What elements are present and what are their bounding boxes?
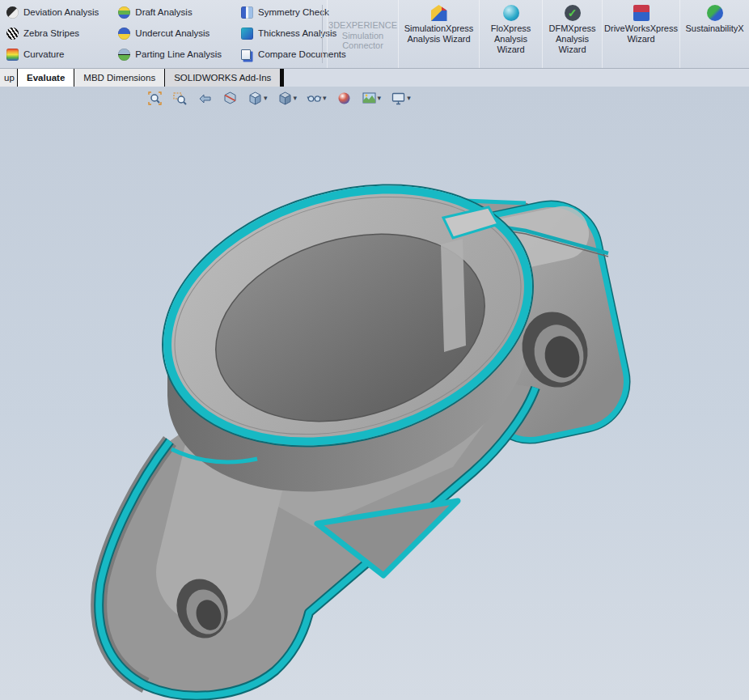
- tool-curvature[interactable]: Curvature: [2, 44, 104, 65]
- tool-label: Symmetry Check: [258, 7, 329, 17]
- zebra-stripes-icon: [6, 28, 19, 40]
- display-style-icon: [277, 91, 293, 106]
- tab-label: Evaluate: [27, 73, 65, 83]
- tool-label: Curvature: [23, 49, 65, 59]
- tool-label: SimulationXpress Analysis Wizard: [402, 23, 476, 45]
- undercut-analysis-icon: [118, 28, 130, 40]
- tool-label: DriveWorksXpress Wizard: [604, 23, 678, 45]
- tool-label: Thickness Analysis: [258, 28, 336, 38]
- floxpress-icon: [503, 5, 519, 21]
- tool-draft-analysis[interactable]: Draft Analysis: [113, 2, 226, 23]
- dropdown-caret[interactable]: ▾: [323, 95, 327, 102]
- dropdown-caret[interactable]: ▾: [294, 95, 298, 102]
- compare-documents-icon: [241, 49, 251, 60]
- deviation-analysis-icon: [6, 6, 19, 19]
- edit-appearance-button[interactable]: [335, 89, 353, 108]
- curvature-icon: [6, 49, 19, 61]
- tool-label: 3DEXPERIENCE Simulation Connector: [328, 20, 397, 52]
- tool-undercut-analysis[interactable]: Undercut Analysis: [113, 23, 226, 44]
- tool-deviation-analysis[interactable]: Deviation Analysis: [2, 2, 104, 23]
- tool-label: Zebra Stripes: [23, 28, 79, 38]
- tab-label: SOLIDWORKS Add-Ins: [174, 73, 271, 83]
- tab-label: up: [4, 73, 15, 83]
- part-clamp-bracket[interactable]: [99, 143, 635, 695]
- dropdown-caret[interactable]: ▾: [378, 95, 382, 102]
- tool-label: SustainabilityX: [685, 23, 743, 34]
- previous-view-icon: [197, 91, 213, 106]
- graphics-viewport[interactable]: ▾ ▾ ▾: [0, 87, 749, 700]
- dfmxpress-icon: [565, 5, 581, 21]
- tool-sustainability[interactable]: SustainabilityX: [679, 0, 749, 68]
- tab-solidworks-add-ins[interactable]: SOLIDWORKS Add-Ins: [165, 69, 281, 87]
- tab-mbd-dimensions[interactable]: MBD Dimensions: [74, 69, 165, 87]
- tool-label: DFMXpress Analysis Wizard: [546, 23, 599, 55]
- bore-slit-face: [441, 239, 466, 352]
- hide-show-items-icon: [307, 91, 322, 106]
- tab-evaluate[interactable]: Evaluate: [18, 69, 74, 87]
- section-view-icon: [222, 91, 238, 106]
- section-view-button[interactable]: [221, 89, 239, 108]
- tool-parting-line-analysis[interactable]: Parting Line Analysis: [113, 44, 226, 65]
- zoom-to-area-button[interactable]: [171, 89, 189, 108]
- apply-scene-button[interactable]: ▾: [360, 89, 383, 108]
- parting-line-analysis-icon: [118, 49, 130, 61]
- solidworks-window: Deviation Analysis Zebra Stripes Curvatu…: [0, 0, 749, 700]
- tool-label: Undercut Analysis: [135, 28, 209, 38]
- zoom-to-fit-button[interactable]: [146, 89, 164, 108]
- tool-floxpress-wizard[interactable]: FloXpress Analysis Wizard: [479, 0, 542, 68]
- hide-show-items-button[interactable]: ▾: [305, 89, 328, 108]
- zoom-to-fit-icon: [147, 91, 163, 106]
- driveworksxpress-icon: [633, 5, 650, 21]
- tool-label: Parting Line Analysis: [135, 49, 222, 59]
- tool-label: Deviation Analysis: [23, 7, 99, 17]
- thickness-analysis-icon: [241, 28, 253, 40]
- tool-zebra-stripes[interactable]: Zebra Stripes: [2, 23, 104, 44]
- tool-label: Draft Analysis: [135, 7, 192, 17]
- apply-scene-icon: [362, 91, 377, 106]
- edit-appearance-icon: [336, 91, 352, 106]
- view-orientation-icon: [248, 91, 263, 106]
- model-canvas[interactable]: [0, 87, 749, 700]
- dropdown-caret[interactable]: ▾: [407, 95, 411, 102]
- tool-dfmxpress-wizard[interactable]: DFMXpress Analysis Wizard: [542, 0, 602, 68]
- tool-simulationxpress-wizard[interactable]: SimulationXpress Analysis Wizard: [398, 0, 479, 68]
- view-settings-button[interactable]: ▾: [389, 89, 413, 108]
- wizard-tools-group: 3DEXPERIENCE Simulation Connector Simula…: [327, 0, 749, 68]
- analysis-tools-group: Deviation Analysis Zebra Stripes Curvatu…: [0, 0, 318, 66]
- sustainability-icon: [707, 5, 723, 21]
- ribbon-separator: [322, 5, 323, 63]
- evaluate-ribbon: Deviation Analysis Zebra Stripes Curvatu…: [0, 0, 749, 69]
- previous-view-button[interactable]: [196, 89, 214, 108]
- heads-up-view-toolbar: ▾ ▾ ▾: [146, 89, 413, 108]
- tool-driveworksxpress-wizard[interactable]: DriveWorksXpress Wizard: [602, 0, 679, 68]
- draft-analysis-icon: [118, 6, 130, 19]
- tool-label: FloXpress Analysis Wizard: [483, 23, 539, 55]
- dropdown-caret[interactable]: ▾: [264, 95, 268, 102]
- zoom-to-area-icon: [172, 91, 188, 106]
- simulationxpress-icon: [431, 5, 447, 21]
- commandmanager-tabstrip: up Evaluate MBD Dimensions SOLIDWORKS Ad…: [0, 69, 284, 87]
- view-orientation-button[interactable]: ▾: [246, 89, 269, 108]
- view-settings-icon: [391, 91, 406, 106]
- tab-markup-cut[interactable]: up: [0, 69, 18, 87]
- tool-3dexperience-simulation-connector: 3DEXPERIENCE Simulation Connector: [327, 0, 398, 68]
- symmetry-check-icon: [241, 6, 253, 19]
- display-style-button[interactable]: ▾: [276, 89, 299, 108]
- tab-label: MBD Dimensions: [83, 73, 155, 83]
